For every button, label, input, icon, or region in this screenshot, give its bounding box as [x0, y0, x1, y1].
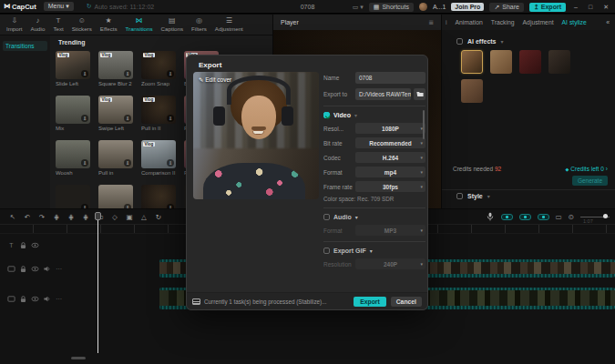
toolbar-item[interactable]: ♪ Audio — [31, 17, 46, 32]
timeline-zoom-slider[interactable] — [580, 217, 610, 217]
more-options-icon[interactable]: ⋯ — [55, 265, 63, 273]
ai-effect-thumbnail[interactable] — [519, 50, 541, 74]
gif-resolution-dropdown[interactable]: 240P ▾ — [355, 258, 425, 269]
timeline-tool-icon[interactable]: ◇ — [108, 213, 122, 221]
cover-preview[interactable]: ✎ Edit cover — [193, 72, 319, 199]
chevron-down-icon[interactable]: ▾ — [355, 214, 358, 220]
maximize-button[interactable]: □ — [586, 4, 595, 10]
share-button[interactable]: ↗ Share — [489, 3, 524, 12]
zoom-out-icon[interactable]: ⊙ — [569, 213, 574, 221]
browse-folder-button[interactable] — [414, 88, 425, 100]
ai-effects-checkbox[interactable] — [456, 38, 463, 45]
name-input[interactable]: 0708 — [355, 72, 425, 84]
avatar[interactable] — [419, 3, 427, 11]
properties-tab[interactable]: Animation — [456, 19, 483, 25]
timeline-tool-icon[interactable]: ▣ — [122, 213, 137, 221]
transition-card[interactable]: Vlog ⇩ Square Blur 2 — [98, 51, 133, 91]
transition-card[interactable]: Vlog ⇩ Zoom Snap — [141, 51, 176, 91]
dialog-scrollbar[interactable] — [423, 110, 425, 139]
chevron-down-icon[interactable]: ▾ — [370, 248, 373, 254]
shortcuts-button[interactable]: ▦ Shortcuts — [369, 3, 414, 12]
timeline-tool-icon[interactable]: △ — [137, 213, 151, 221]
ai-effect-thumbnail[interactable] — [490, 50, 512, 74]
snap-toggle-icon[interactable] — [501, 214, 513, 220]
dialog-cancel-button[interactable]: Cancel — [391, 297, 422, 307]
setting-dropdown[interactable]: Recommended ▾ — [355, 137, 425, 148]
eye-icon[interactable] — [31, 241, 39, 249]
eye-icon[interactable] — [31, 295, 39, 303]
ai-effect-thumbnail[interactable] — [548, 50, 570, 74]
timeline-tool-icon[interactable]: ⋕ — [78, 213, 93, 221]
player-menu-icon[interactable]: ≣ — [428, 19, 434, 26]
display-ratio-icon[interactable]: ▭ ▾ — [353, 4, 364, 11]
link-toggle-icon[interactable] — [519, 214, 531, 220]
timeline-tool-icon[interactable]: ⋕ — [49, 213, 64, 221]
speaker-icon[interactable] — [43, 295, 51, 303]
gif-checkbox[interactable] — [323, 248, 330, 254]
toolbar-item[interactable]: ☰ Adjustment — [215, 17, 243, 32]
timeline-tool-icon[interactable]: ↶ — [20, 213, 35, 221]
video-checkbox[interactable] — [323, 112, 330, 118]
toolbar-item[interactable]: ☺ Stickers — [72, 17, 92, 32]
properties-tab[interactable]: Tracking — [491, 19, 515, 25]
toolbar-item[interactable]: ⋈ Transitions — [126, 17, 153, 32]
properties-tab[interactable]: Adjustment — [523, 19, 554, 25]
toolbar-item[interactable]: T Text — [53, 17, 63, 32]
eye-icon[interactable] — [31, 265, 39, 273]
timeline-tool-icon[interactable]: ↖ — [5, 213, 20, 221]
collapse-panel-icon[interactable]: « — [606, 19, 610, 25]
setting-dropdown[interactable]: 30fps ▾ — [355, 181, 425, 192]
setting-dropdown[interactable]: H.264 ▾ — [355, 152, 425, 163]
lock-icon[interactable] — [19, 241, 27, 249]
minimize-button[interactable]: – — [571, 4, 580, 10]
transition-card[interactable]: ⇩ — [56, 185, 90, 208]
join-pro-badge[interactable]: Join Pro — [451, 3, 484, 11]
transition-card[interactable]: ⇩ Pull in — [98, 140, 133, 180]
toolbar-item[interactable]: ▤ Captions — [161, 17, 183, 32]
playhead-handle[interactable] — [95, 212, 101, 220]
ai-effect-thumbnail[interactable] — [461, 50, 483, 74]
style-checkbox[interactable] — [456, 193, 463, 199]
cover-view-icon[interactable]: ▭ — [556, 213, 562, 221]
properties-tab[interactable]: AI stylize — [562, 19, 587, 25]
export-button-top[interactable]: ↥ Export — [529, 3, 566, 12]
credits-left[interactable]: ◆ Credits left 0 › — [565, 166, 608, 172]
transition-card[interactable]: ⇩ — [98, 185, 133, 208]
toolbar-item[interactable]: ⇩ Import — [6, 17, 23, 32]
timeline-tool-icon[interactable]: ⋕ — [64, 213, 78, 221]
chevron-down-icon[interactable]: ▾ — [501, 38, 504, 45]
lock-icon[interactable] — [19, 295, 27, 303]
lock-icon[interactable] — [19, 265, 27, 273]
transition-card[interactable]: ⇩ — [141, 185, 176, 208]
edit-cover-button[interactable]: ✎ Edit cover — [199, 76, 231, 84]
chevron-down-icon[interactable]: ▾ — [487, 193, 490, 199]
transition-card[interactable]: Vlog ⇩ Swipe Left — [98, 96, 133, 136]
audio-format-dropdown[interactable]: MP3 ▾ — [355, 225, 425, 236]
preview-axis-toggle-icon[interactable] — [538, 214, 549, 220]
dialog-export-button[interactable]: Export — [354, 297, 386, 307]
generate-button[interactable]: Generate — [572, 176, 608, 186]
transition-card[interactable]: Vlog ⇩ Comparison II — [141, 140, 176, 180]
transition-card[interactable]: Vlog ⇩ Pull in II — [141, 96, 176, 136]
toolbar-item[interactable]: ★ Effects — [100, 17, 118, 32]
zoom-slider-handle[interactable] — [603, 214, 608, 218]
audio-checkbox[interactable] — [323, 214, 330, 220]
timeline-tool-icon[interactable]: ↻ — [151, 213, 166, 221]
transition-card[interactable]: Vlog ⇩ Slide Left — [56, 51, 90, 91]
ai-effect-thumbnail[interactable] — [461, 79, 483, 103]
speaker-icon[interactable] — [43, 265, 51, 273]
tab-partial[interactable]: i — [446, 19, 447, 25]
transition-card[interactable]: ⇩ Woosh — [56, 140, 90, 180]
timeline-tool-icon[interactable]: ↷ — [35, 213, 49, 221]
timeline-horizontal-scrollbar[interactable] — [71, 357, 86, 359]
menu-button[interactable]: Menu ▾ — [44, 2, 74, 11]
setting-dropdown[interactable]: 1080P ▾ — [355, 123, 425, 134]
microphone-icon[interactable] — [486, 212, 495, 221]
chevron-down-icon[interactable]: ▾ — [354, 112, 357, 118]
more-options-icon[interactable]: ⋯ — [55, 295, 63, 303]
setting-dropdown[interactable]: mp4 ▾ — [355, 167, 425, 177]
sidebar-item-transitions[interactable]: Transitions — [3, 41, 47, 51]
close-button[interactable]: ✕ — [600, 4, 611, 11]
playhead-line[interactable] — [97, 214, 98, 353]
transition-card[interactable]: ⇩ Mix — [56, 96, 90, 136]
